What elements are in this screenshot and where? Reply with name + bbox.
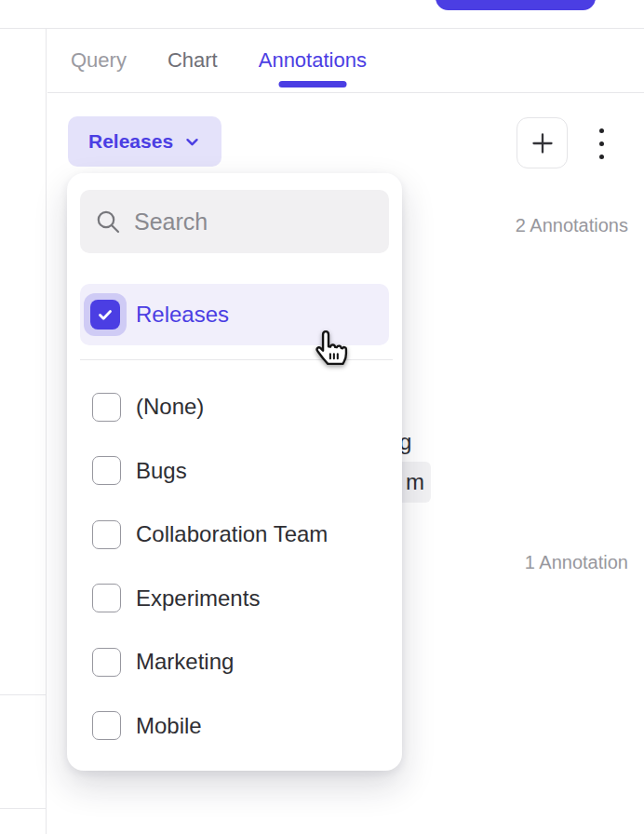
option-label: (None)	[136, 394, 204, 420]
releases-dropdown-menu: Releases (None) Bugs Collaboration Team …	[67, 173, 402, 771]
tab-bar: Query Chart Annotations	[47, 29, 644, 93]
option-label: Releases	[136, 302, 229, 328]
options-list: (None) Bugs Collaboration Team Experimen…	[80, 375, 389, 758]
tab-label: Annotations	[259, 48, 367, 73]
option-label: Experiments	[136, 585, 260, 612]
primary-action-button[interactable]	[436, 0, 596, 10]
checkbox-fill	[90, 300, 120, 330]
option-label: Marketing	[136, 649, 234, 675]
checkmark-icon	[96, 305, 114, 324]
more-options-button[interactable]	[587, 118, 615, 168]
option-label: Mobile	[136, 713, 202, 739]
annotations-count-top: 2 Annotations	[516, 215, 628, 236]
tab-chart[interactable]: Chart	[168, 29, 218, 92]
tab-annotations[interactable]: Annotations	[259, 29, 367, 92]
releases-filter-button[interactable]: Releases	[68, 116, 221, 167]
menu-divider	[80, 359, 393, 360]
kebab-dot	[599, 128, 604, 133]
kebab-dot	[599, 141, 604, 146]
sidebar-divider	[0, 808, 47, 809]
chevron-down-icon	[183, 133, 201, 151]
checkbox-unchecked[interactable]	[92, 584, 121, 612]
checkbox-unchecked[interactable]	[92, 393, 121, 422]
option-experiments[interactable]: Experiments	[80, 567, 389, 631]
checkbox-releases-checked[interactable]	[84, 293, 127, 336]
left-sidebar	[0, 29, 47, 834]
option-label: Bugs	[136, 458, 187, 484]
option-label: Collaboration Team	[136, 521, 328, 547]
kebab-dot	[599, 155, 604, 159]
option-none[interactable]: (None)	[80, 375, 389, 439]
checkbox-unchecked[interactable]	[92, 456, 121, 485]
dropdown-search[interactable]	[80, 190, 389, 253]
partially-hidden-tag-text: m	[406, 469, 424, 495]
add-annotation-button[interactable]	[517, 117, 568, 168]
releases-filter-label: Releases	[88, 130, 173, 153]
option-bugs[interactable]: Bugs	[80, 439, 389, 504]
annotations-count-bottom: 1 Annotation	[525, 552, 628, 573]
search-icon	[94, 208, 122, 235]
search-input[interactable]	[134, 208, 376, 235]
tab-label: Query	[71, 48, 127, 73]
active-tab-underline	[278, 81, 346, 87]
checkbox-unchecked[interactable]	[92, 711, 121, 740]
option-mobile[interactable]: Mobile	[80, 694, 389, 759]
tab-query[interactable]: Query	[71, 29, 127, 92]
option-collaboration-team[interactable]: Collaboration Team	[80, 503, 389, 567]
plus-icon	[530, 130, 556, 156]
tab-label: Chart	[168, 48, 218, 73]
sidebar-divider	[0, 694, 47, 695]
checkbox-unchecked[interactable]	[92, 648, 121, 677]
option-releases[interactable]: Releases	[80, 284, 389, 345]
checkbox-unchecked[interactable]	[92, 520, 121, 549]
option-marketing[interactable]: Marketing	[80, 630, 389, 694]
